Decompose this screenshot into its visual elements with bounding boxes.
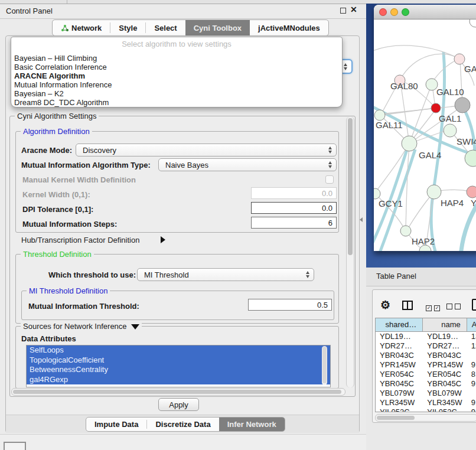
dpi-tolerance-field[interactable]: 0.0 — [251, 202, 337, 214]
tab-label: jActiveMNodules — [258, 24, 320, 32]
column-header-shared[interactable]: shared… — [376, 318, 423, 331]
network-node[interactable] — [454, 54, 465, 64]
data-attributes-label: Data Attributes — [21, 334, 76, 343]
control-panel-titlebar: Control Panel ✕ — [0, 4, 366, 19]
attribute-item-gal4rgexp[interactable]: gal4RGexp — [27, 375, 330, 385]
network-node[interactable] — [426, 79, 438, 90]
close-window-icon[interactable] — [379, 8, 387, 16]
table-card: ⚙ ✓✓ shared…nameA YDL19…YDL19…13YDR27…YD… — [372, 289, 476, 423]
attr-list-scrollbar[interactable] — [322, 346, 327, 385]
aracne-mode-label: Aracne Mode: — [21, 146, 72, 155]
algorithm-definition-title: Algorithm Definition — [21, 127, 92, 136]
settings-horizontal-scrollbar[interactable] — [11, 388, 345, 396]
algorithm-option-mutual-information-inference[interactable]: Mutual Information Inference — [11, 80, 342, 89]
columns-icon[interactable] — [402, 301, 413, 310]
tab-infer-network[interactable]: Infer Network — [219, 418, 285, 431]
table-row[interactable]: YPR145WYPR145W9. — [376, 360, 476, 370]
manual-kernel-checkbox[interactable] — [325, 175, 334, 184]
float-panel-icon[interactable] — [340, 8, 346, 14]
table-horizontal-scrollbar[interactable] — [375, 414, 476, 422]
tab-select[interactable]: Select — [146, 20, 185, 35]
table-row[interactable]: YDL19…YDL19…13 — [376, 332, 476, 341]
network-node[interactable] — [470, 19, 476, 27]
document-icon[interactable] — [472, 299, 476, 311]
table-row[interactable]: YBR043CYBR043C — [376, 351, 476, 360]
table-row[interactable]: YIL052CYIL052C9. — [376, 407, 476, 412]
stepper-arrows-icon — [328, 161, 332, 168]
sources-title-text: Sources for Network Inference — [23, 322, 127, 331]
algorithm-option-basic-correlation-inference[interactable]: Basic Correlation Inference — [11, 63, 342, 71]
tab-label: Style — [119, 24, 137, 32]
network-view-window[interactable]: GAL80GAL10GAL1GAL11GAL4SWI4GCY1HAP4YHAP2… — [374, 5, 476, 251]
column-header-name[interactable]: name — [423, 318, 467, 331]
kernel-width-field[interactable]: 0.0 — [251, 187, 337, 199]
mi-threshold-field[interactable]: 0.5 — [248, 299, 332, 311]
minimize-window-icon[interactable] — [390, 8, 398, 16]
which-threshold-combo[interactable]: MI Threshold — [137, 268, 314, 281]
network-canvas[interactable]: GAL80GAL10GAL1GAL11GAL4SWI4GCY1HAP4YHAP2… — [374, 19, 476, 251]
settings-vertical-scrollbar[interactable] — [346, 117, 354, 387]
gear-icon[interactable]: ⚙ — [380, 298, 390, 312]
unchecked-pair-icon[interactable] — [446, 302, 461, 311]
tab-label: Network — [71, 24, 102, 32]
tab-discretize-data[interactable]: Discretize Data — [147, 418, 219, 431]
network-node[interactable] — [400, 226, 411, 236]
algorithm-dropdown-list: Bayesian – Hill ClimbingBasic Correlatio… — [11, 54, 342, 107]
table-cell: YDR27… — [376, 341, 423, 351]
tab-impute-data[interactable]: Impute Data — [86, 418, 146, 431]
minimized-panel-icon[interactable] — [4, 442, 26, 450]
table-cell: 12 — [467, 341, 476, 351]
network-node[interactable] — [431, 103, 441, 113]
tab-style[interactable]: Style — [110, 20, 145, 35]
table-cell: YDR27… — [423, 341, 467, 351]
manual-kernel-label: Manual Kernel Width Definition — [22, 175, 136, 184]
hub-definition-label[interactable]: Hub/Transcription Factor Definition — [21, 236, 139, 244]
cyni-settings-title: Cyni Algorithm Settings — [15, 112, 99, 120]
network-node[interactable] — [467, 186, 476, 198]
algorithm-option-bayesian-k2[interactable]: Bayesian – K2 — [11, 89, 342, 98]
algorithm-option-aracne-algorithm[interactable]: ARACNE Algorithm — [11, 71, 342, 80]
network-node[interactable] — [374, 110, 385, 120]
apply-button[interactable]: Apply — [158, 398, 199, 411]
network-window-titlebar[interactable] — [374, 5, 476, 19]
checked-pair-icon[interactable]: ✓✓ — [426, 302, 440, 311]
tab-label: Infer Network — [227, 420, 276, 429]
tab-label: Discretize Data — [155, 420, 210, 429]
tab-jactivemnodules[interactable]: jActiveMNodules — [250, 20, 328, 35]
table-panel-titlebar: Table Panel — [366, 268, 476, 286]
splitter-handle-icon[interactable] — [360, 217, 363, 222]
attribute-item-selfloops[interactable]: SelfLoops — [27, 345, 330, 356]
data-attributes-list: SelfLoopsTopologicalCoefficientBetweenne… — [26, 345, 331, 387]
hub-expand-arrow-icon[interactable] — [161, 236, 165, 243]
which-threshold-label: Which threshold to use: — [48, 270, 136, 279]
network-node[interactable] — [455, 97, 470, 113]
aracne-mode-combo[interactable]: Discovery — [76, 144, 337, 156]
table-cell: 8. — [467, 370, 476, 379]
table-body: YDL19…YDL19…13YDR27…YDR27…12YBR043CYBR04… — [376, 332, 476, 412]
mi-steps-field[interactable]: 6 — [251, 217, 337, 229]
table-row[interactable]: YER054CYER054C8. — [376, 370, 476, 379]
control-panel-title: Control Panel — [6, 6, 53, 15]
column-header-a[interactable]: A — [467, 318, 476, 331]
table-row[interactable]: YBL079WYBL079W — [376, 389, 476, 398]
attribute-item-betweennesscentrality[interactable]: BetweennessCentrality — [27, 365, 330, 375]
tab-cyni-toolbox[interactable]: Cyni Toolbox — [185, 20, 250, 35]
node-label-swi4: SWI4 — [457, 136, 476, 146]
table-row[interactable]: YDR27…YDR27…12 — [376, 341, 476, 351]
mi-type-combo[interactable]: Naive Bayes — [158, 158, 337, 171]
network-node[interactable] — [374, 188, 380, 199]
tab-network[interactable]: Network — [53, 20, 110, 35]
close-panel-icon[interactable]: ✕ — [350, 5, 357, 14]
network-node[interactable] — [444, 124, 457, 137]
node-label-hap4: HAP4 — [441, 198, 464, 208]
network-node[interactable] — [402, 136, 417, 151]
table-row[interactable]: YBR045CYBR045C9. — [376, 379, 476, 389]
node-label-gal1: GAL1 — [439, 113, 461, 123]
algorithm-option-dream8-dc-tdc-algorithm[interactable]: Dream8 DC_TDC Algorithm — [11, 98, 342, 107]
algorithm-option-bayesian-hill-climbing[interactable]: Bayesian – Hill Climbing — [11, 54, 342, 63]
table-row[interactable]: YLR345WYLR345W9. — [376, 398, 476, 407]
attribute-item-topologicalcoefficient[interactable]: TopologicalCoefficient — [27, 356, 330, 366]
sources-collapse-arrow-icon[interactable] — [131, 324, 139, 330]
zoom-window-icon[interactable] — [402, 8, 409, 16]
network-node[interactable] — [427, 185, 441, 199]
